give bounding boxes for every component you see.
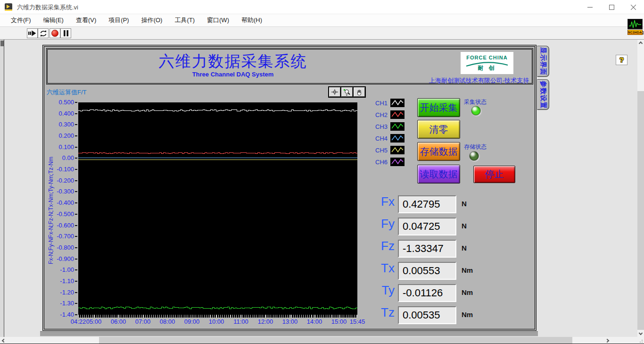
x-tick-label: 08:00 [160, 318, 175, 325]
vertical-scrollbar-thumb[interactable] [637, 91, 644, 330]
readout-value: 0.04725 [398, 218, 456, 235]
menu-item[interactable]: 文件(F) [5, 14, 37, 26]
cursor-tool-button[interactable] [329, 87, 340, 97]
y-tick [75, 169, 77, 170]
tab-parameter-settings[interactable]: 参数设置 [537, 79, 549, 110]
scroll-left-button[interactable] [0, 337, 8, 344]
scroll-right-button[interactable] [603, 337, 611, 344]
legend-channel-label: CH1 [375, 100, 388, 107]
system-subtitle: Three Channel DAQ System [117, 71, 348, 78]
stop-button[interactable]: 停止 [473, 166, 515, 183]
horizontal-scrollbar-thumb[interactable] [99, 337, 572, 344]
menu-item[interactable]: 项目(P) [102, 14, 135, 26]
hand-icon [355, 89, 363, 96]
panel-scrollbar-thumb[interactable] [40, 331, 538, 336]
x-tick [118, 315, 119, 318]
readout-row: Fz-1.33347N [373, 240, 533, 259]
legend-item[interactable]: CH2 [375, 110, 413, 120]
scroll-up-button[interactable] [637, 40, 644, 47]
waveform-plot-area[interactable] [78, 102, 357, 315]
run-button[interactable] [27, 28, 38, 38]
y-tick [75, 158, 77, 159]
menu-item[interactable]: 帮助(H) [235, 14, 268, 26]
vertical-scrollbar[interactable] [637, 40, 644, 337]
graph-palette [328, 86, 366, 98]
graph-title: 六维运算值F/T [47, 88, 87, 97]
abort-button[interactable] [50, 28, 60, 38]
y-tick-label: -0.800 [43, 244, 74, 252]
menu-item[interactable]: 编辑(E) [37, 14, 70, 26]
read-data-button[interactable]: 读取数据 [417, 165, 460, 184]
y-tick [75, 269, 77, 270]
x-tick-label: 10:00 [209, 318, 224, 325]
menu-item[interactable]: 工具(T) [168, 14, 201, 26]
zero-button[interactable]: 清零 [417, 120, 460, 139]
legend-swatch-icon [390, 99, 405, 107]
scroll-down-button[interactable] [637, 329, 644, 337]
y-tick [75, 314, 77, 315]
legend-item[interactable]: CH5 [375, 146, 413, 155]
y-tick-label: 0.400 [43, 110, 74, 117]
readout-value: 0.00535 [398, 306, 456, 324]
menu-item[interactable]: 窗口(W) [201, 14, 235, 26]
tab-params-label: 参数设置 [539, 81, 547, 109]
abort-icon [51, 30, 58, 37]
pause-button[interactable] [60, 28, 71, 38]
menu-item[interactable]: 查看(V) [70, 14, 102, 26]
readout-label: Tx [373, 261, 395, 276]
resize-grip[interactable] [637, 337, 644, 344]
readout-unit: N [462, 200, 467, 208]
menu-bar: 文件(F)编辑(E)查看(V)项目(P)操作(O)工具(T)窗口(W)帮助(H) [0, 14, 644, 27]
readout-label: Fy [373, 217, 395, 231]
close-icon [631, 5, 636, 10]
labview-app-icon [5, 3, 12, 11]
context-help-button[interactable]: ? [616, 55, 627, 65]
legend-item[interactable]: CH1 [375, 99, 413, 108]
store-data-button[interactable]: 存储数据 [417, 142, 460, 161]
zoom-tool-button[interactable] [341, 87, 353, 97]
store-status-label: 存储状态 [464, 143, 487, 151]
legend-item[interactable]: CH6 [375, 158, 413, 167]
y-tick [75, 202, 77, 203]
x-tick-label: 06:00 [111, 318, 126, 325]
y-tick [75, 191, 77, 192]
y-tick-label: -0.900 [43, 255, 74, 263]
stop-button-label: 停止 [485, 168, 504, 181]
x-tick-label: 15:45 [350, 318, 365, 325]
company-logo: FORCE CHINA 耐 创 [461, 52, 513, 74]
y-tick [75, 147, 77, 148]
x-tick [339, 315, 339, 318]
x-tick-label: 04:22 [71, 318, 86, 325]
zero-button-label: 清零 [429, 123, 448, 136]
readout-label: Fz [373, 239, 395, 253]
start-acquisition-button[interactable]: 开始采集 [417, 98, 460, 117]
panel-left-edge [0, 40, 4, 344]
legend-channel-label: CH3 [375, 123, 388, 130]
x-tick [290, 315, 290, 318]
x-tick-label: 07:00 [135, 318, 151, 325]
y-tick [75, 135, 77, 136]
horizontal-scrollbar[interactable] [0, 337, 637, 344]
store-status-led [469, 151, 479, 161]
y-tick [75, 113, 77, 114]
run-continuous-button[interactable] [38, 28, 49, 38]
pan-tool-button[interactable] [354, 87, 365, 97]
readout-unit: Nm [462, 310, 473, 319]
support-text: 上海耐创测试技术有限公司-技术支持 [429, 76, 529, 85]
legend-item[interactable]: CH4 [375, 134, 413, 143]
maximize-icon [609, 5, 614, 10]
tab-display-interface[interactable]: 显示界面 [537, 46, 549, 77]
maximize-button[interactable] [601, 0, 622, 14]
menu-item[interactable]: 操作(O) [135, 14, 169, 26]
vi-icon-label: NC3HDAQ [627, 30, 643, 35]
y-tick-label: -1.30 [43, 300, 74, 307]
legend-item[interactable]: CH3 [375, 122, 413, 132]
y-tick [75, 124, 77, 125]
close-button[interactable] [622, 0, 644, 14]
y-tick [75, 292, 77, 293]
plot-legend: CH1CH2CH3CH4CH5CH6 [375, 99, 413, 172]
tab-display-label: 显示界面 [539, 47, 547, 76]
legend-swatch-icon [390, 158, 405, 166]
panel-left-nub [0, 41, 4, 46]
minimize-button[interactable] [579, 0, 601, 14]
